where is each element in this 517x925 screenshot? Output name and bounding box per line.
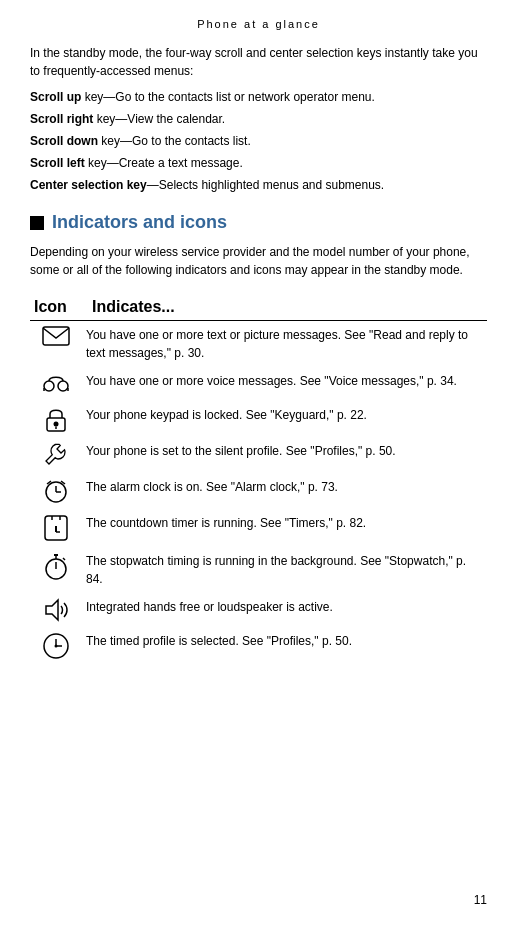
- page-number: 11: [474, 893, 487, 907]
- indicates-text: The alarm clock is on. See "Alarm clock,…: [82, 473, 487, 509]
- key-name: Scroll up: [30, 90, 81, 104]
- indicates-text: The stopwatch timing is running in the b…: [82, 547, 487, 593]
- key-desc: —Selects highlighted menus and submenus.: [147, 178, 384, 192]
- svg-rect-0: [43, 327, 69, 345]
- key-item-center: Center selection key—Selects highlighted…: [30, 176, 487, 194]
- section-desc: Depending on your wireless service provi…: [30, 243, 487, 279]
- table-row: You have one or more voice messages. See…: [30, 367, 487, 401]
- key-desc: key—Go to the contacts list or network o…: [81, 90, 374, 104]
- page: Phone at a glance In the standby mode, t…: [0, 0, 517, 925]
- key-name: Scroll left: [30, 156, 85, 170]
- svg-point-2: [58, 381, 68, 391]
- table-row: Integrated hands free or loudspeaker is …: [30, 593, 487, 627]
- intro-text: In the standby mode, the four-way scroll…: [30, 44, 487, 80]
- key-desc: key—Go to the contacts list.: [98, 134, 251, 148]
- silent-icon: [30, 437, 82, 473]
- stopwatch-icon: [30, 547, 82, 593]
- table-body: You have one or more text or picture mes…: [30, 321, 487, 666]
- key-item-scroll-right: Scroll right key—View the calendar.: [30, 110, 487, 128]
- key-desc: key—View the calendar.: [93, 112, 225, 126]
- message-icon: [30, 321, 82, 368]
- indicates-text: You have one or more voice messages. See…: [82, 367, 487, 401]
- key-item-scroll-down: Scroll down key—Go to the contacts list.: [30, 132, 487, 150]
- svg-line-22: [63, 558, 65, 560]
- key-item-scroll-up: Scroll up key—Go to the contacts list or…: [30, 88, 487, 106]
- indicates-text: The countdown timer is running. See "Tim…: [82, 509, 487, 547]
- indicates-text: You have one or more text or picture mes…: [82, 321, 487, 368]
- svg-point-6: [54, 422, 59, 427]
- indicates-text: The timed profile is selected. See "Prof…: [82, 627, 487, 665]
- table-row: You have one or more text or picture mes…: [30, 321, 487, 368]
- table-header-row: Icon Indicates...: [30, 293, 487, 321]
- key-item-scroll-left: Scroll left key—Create a text message.: [30, 154, 487, 172]
- keyguard-icon: [30, 401, 82, 437]
- table-row: The stopwatch timing is running in the b…: [30, 547, 487, 593]
- indicates-text: Integrated hands free or loudspeaker is …: [82, 593, 487, 627]
- table-row: Your phone keypad is locked. See "Keygua…: [30, 401, 487, 437]
- table-row: The countdown timer is running. See "Tim…: [30, 509, 487, 547]
- table-row: Your phone is set to the silent profile.…: [30, 437, 487, 473]
- page-title: Phone at a glance: [30, 18, 487, 30]
- icon-table: Icon Indicates... You have one or more t…: [30, 293, 487, 665]
- key-name: Scroll down: [30, 134, 98, 148]
- key-name: Scroll right: [30, 112, 93, 126]
- svg-marker-23: [46, 600, 58, 620]
- timer-icon: [30, 509, 82, 547]
- section-heading: Indicators and icons: [30, 212, 487, 233]
- section-heading-text: Indicators and icons: [52, 212, 227, 233]
- alarm-icon: [30, 473, 82, 509]
- key-list: Scroll up key—Go to the contacts list or…: [30, 88, 487, 194]
- svg-point-1: [44, 381, 54, 391]
- table-row: The timed profile is selected. See "Prof…: [30, 627, 487, 665]
- table-row: The alarm clock is on. See "Alarm clock,…: [30, 473, 487, 509]
- col-header-icon: Icon: [30, 293, 82, 321]
- voicemail-icon: [30, 367, 82, 401]
- timed-profile-icon: [30, 627, 82, 665]
- handsfree-icon: [30, 593, 82, 627]
- svg-point-27: [55, 645, 58, 648]
- key-name: Center selection key: [30, 178, 147, 192]
- key-desc: key—Create a text message.: [85, 156, 243, 170]
- indicates-text: Your phone is set to the silent profile.…: [82, 437, 487, 473]
- col-header-indicates: Indicates...: [82, 293, 487, 321]
- indicates-text: Your phone keypad is locked. See "Keygua…: [82, 401, 487, 437]
- section-heading-square: [30, 216, 44, 230]
